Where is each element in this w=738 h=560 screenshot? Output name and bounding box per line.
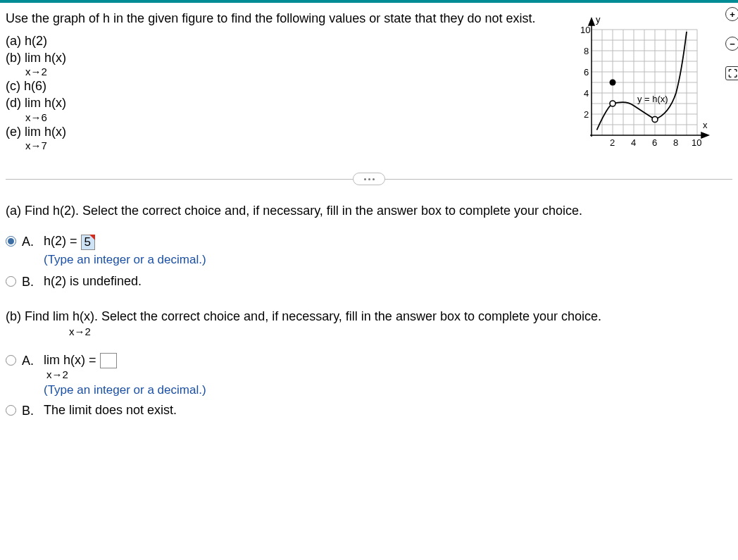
section-a-optA-prefix: h(2) =	[44, 234, 81, 248]
svg-text:4: 4	[584, 88, 589, 99]
curve-label: y = h(x)	[637, 94, 668, 104]
section-b-prompt-sub: x→2	[69, 324, 732, 339]
svg-text:2: 2	[610, 137, 615, 148]
x-axis-label: x	[703, 120, 708, 130]
section-b-optA-prefix: lim h(x) =	[44, 353, 100, 367]
ellipsis-icon[interactable]	[353, 173, 385, 185]
choice-letter: B.	[22, 275, 34, 290]
svg-text:10: 10	[692, 137, 701, 148]
expand-icon[interactable]: ⛶	[725, 66, 738, 80]
choice-letter: B.	[22, 404, 34, 418]
svg-text:6: 6	[584, 67, 589, 77]
svg-text:4: 4	[631, 137, 636, 148]
y-axis-label: y	[596, 14, 601, 25]
section-b-optB-text: The limit does not exist.	[44, 403, 177, 417]
section-divider[interactable]	[6, 171, 732, 187]
section-a-radio-b[interactable]	[6, 276, 16, 287]
section-b-radio-b[interactable]	[6, 405, 16, 416]
svg-text:6: 6	[652, 137, 657, 148]
svg-text:2: 2	[584, 109, 589, 120]
question-intro: Use the graph of h in the given figure t…	[6, 10, 569, 27]
section-a-prompt: (a) Find h(2). Select the correct choice…	[6, 202, 732, 220]
section-b-prompt: (b) Find lim h(x). Select the correct ch…	[6, 308, 732, 339]
svg-point-24	[610, 101, 615, 106]
section-a-hint: (Type an integer or a decimal.)	[44, 253, 206, 267]
zoom-out-icon[interactable]: −	[725, 37, 738, 51]
zoom-in-icon[interactable]: +	[725, 7, 738, 21]
svg-text:8: 8	[673, 137, 678, 148]
section-a-optB-text: h(2) is undefined.	[44, 274, 142, 288]
svg-marker-23	[701, 132, 708, 138]
section-a-answer-input[interactable]: 5	[81, 235, 95, 250]
section-b-prompt-text: (b) Find lim h(x). Select the correct ch…	[6, 309, 601, 323]
svg-point-26	[652, 117, 658, 123]
graph-figure: y x y = h(x) 10 8 6 4 2 2 4 6 8 10	[570, 8, 711, 149]
svg-text:8: 8	[584, 46, 589, 56]
section-b-radio-a[interactable]	[6, 355, 16, 366]
choice-letter: A.	[22, 235, 34, 249]
section-b-answer-input[interactable]	[100, 353, 117, 368]
svg-point-25	[610, 80, 616, 86]
choice-letter: A.	[22, 354, 34, 368]
section-a-radio-a[interactable]	[6, 236, 16, 247]
svg-text:10: 10	[580, 25, 590, 35]
section-b-optA-sub: x→2	[46, 368, 206, 380]
section-b-hint: (Type an integer or a decimal.)	[44, 383, 206, 397]
